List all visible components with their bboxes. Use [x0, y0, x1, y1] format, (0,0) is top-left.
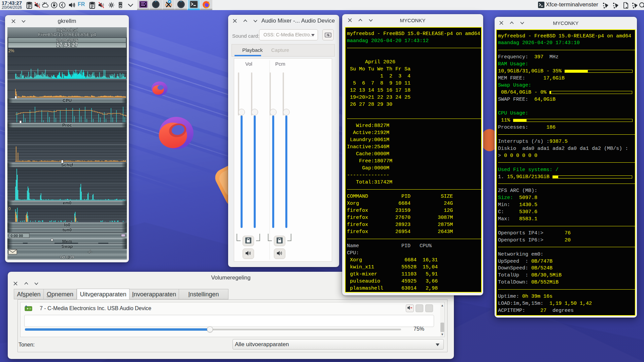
- svg-text:FreeBSD 15.0-RELEASE-p4: FreeBSD 15.0-RELEASE-p4: [38, 32, 96, 37]
- svg-text:em0: em0: [63, 200, 71, 205]
- svg-text:Proc: Proc: [62, 123, 72, 128]
- svg-text:Schijf: Schijf: [61, 162, 73, 167]
- svg-text:0:00 00: 0:00 00: [10, 234, 23, 238]
- svg-text:tun0: tun0: [63, 227, 72, 232]
- svg-text:2%: 2%: [8, 48, 14, 53]
- svg-text:0: 0: [8, 206, 11, 211]
- svg-text:-/-: -/-: [88, 250, 92, 254]
- svg-text:0d 0:39: 0d 0:39: [60, 255, 74, 260]
- svg-text:myfreebsd: myfreebsd: [57, 27, 78, 32]
- svg-text:CPU: CPU: [63, 98, 72, 103]
- svg-text:Swap: Swap: [62, 244, 73, 249]
- svg-text:lo0: lo0: [64, 222, 70, 227]
- svg-text:17:43:27: 17:43:27: [56, 42, 78, 48]
